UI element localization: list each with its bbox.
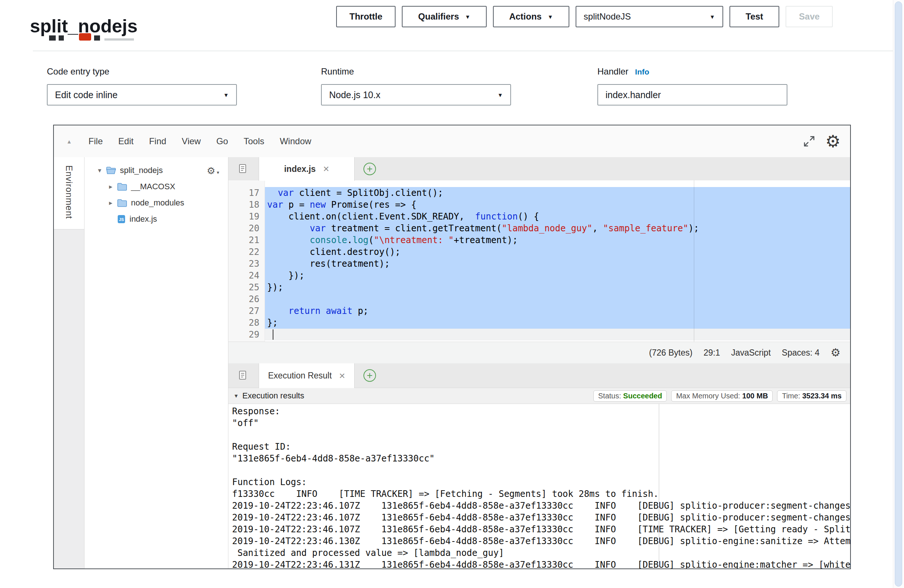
code-line[interactable]: 18var p = new Promise(res => { — [228, 199, 850, 211]
menu-edit[interactable]: Edit — [111, 136, 141, 147]
actions-button[interactable]: Actions ▼ — [493, 6, 569, 27]
runtime-field: Runtime Node.js 10.x ▼ — [321, 66, 511, 106]
line-number[interactable]: 28 — [228, 317, 259, 329]
code-line[interactable]: 23 res(treatment); — [228, 258, 850, 270]
log-line: "off" — [232, 417, 850, 429]
test-event-select[interactable]: splitNodeJS ▼ — [575, 6, 723, 27]
menu-file[interactable]: File — [81, 136, 111, 147]
code-line[interactable]: 17 var client = SplitObj.client(); — [228, 187, 850, 199]
log-line: Sanitized and processed value => [lambda… — [232, 547, 850, 559]
throttle-button[interactable]: Throttle — [336, 6, 395, 27]
editor-statusbar: (726 Bytes) 29:1 JavaScript Spaces: 4 ⚙ — [228, 341, 850, 364]
tree-settings-gear-icon[interactable]: ⚙▾ — [207, 165, 219, 176]
menu-window[interactable]: Window — [272, 136, 319, 147]
tree-item-split-nodejs[interactable]: ▾ split_nodejs⚙▾ — [84, 162, 228, 179]
editor-column: index.js × + 17 var client = SplitObj.cl… — [228, 157, 850, 569]
tab-index-js[interactable]: index.js × — [259, 157, 355, 181]
triangle-right-icon[interactable]: ▸ — [106, 199, 115, 207]
code-entry-type-label: Code entry type — [47, 66, 109, 77]
line-number[interactable]: 25 — [228, 281, 259, 293]
code-line[interactable]: 28}; — [228, 317, 850, 329]
settings-gear-icon[interactable]: ⚙ — [825, 133, 841, 150]
line-number[interactable]: 26 — [228, 293, 259, 305]
new-tab-icon[interactable]: + — [363, 369, 376, 382]
collapse-menubar-icon[interactable]: ▲ — [66, 138, 72, 145]
qualifiers-button[interactable]: Qualifiers ▼ — [402, 6, 487, 27]
fragment-shape — [104, 38, 134, 41]
code-line[interactable]: 20 var treatment = client.getTreatment("… — [228, 223, 850, 234]
handler-info-link[interactable]: Info — [635, 68, 649, 76]
tabs-list-icon[interactable] — [239, 164, 248, 174]
tree-item-node-modules[interactable]: ▸ node_modules — [84, 195, 228, 211]
code-line[interactable]: 29 — [228, 329, 850, 340]
environment-tab[interactable]: Environment — [54, 157, 84, 229]
close-icon[interactable]: × — [339, 371, 345, 381]
menu-view[interactable]: View — [174, 136, 209, 147]
menu-tools[interactable]: Tools — [236, 136, 272, 147]
test-event-value: splitNodeJS — [584, 11, 631, 22]
line-number[interactable]: 24 — [228, 270, 259, 281]
save-button[interactable]: Save — [785, 6, 833, 27]
log-line: f13330cc INFO [TIME TRACKER] => [Fetchin… — [232, 488, 850, 500]
menu-find[interactable]: Find — [141, 136, 174, 147]
log-line: 2019-10-24T22:23:46.131Z 131e865f-6eb4-4… — [232, 559, 850, 569]
code-editor-area[interactable]: 17 var client = SplitObj.client();18var … — [228, 180, 850, 341]
execution-log: Response:"off" Request ID:"131e865f-6eb4… — [228, 404, 850, 569]
code-line[interactable]: 19 client.on(client.Event.SDK_READY, fun… — [228, 211, 850, 223]
log-line: Request ID: — [232, 441, 850, 453]
fragment-shape — [94, 35, 100, 41]
editor-menu: FileEditFindViewGoToolsWindow — [81, 136, 319, 147]
code-line[interactable]: 24 }); — [228, 270, 850, 281]
line-number[interactable]: 29 — [228, 329, 259, 340]
test-button[interactable]: Test — [730, 6, 780, 27]
indent-setting[interactable]: Spaces: 4 — [782, 348, 820, 358]
code-entry-type-value: Edit code inline — [55, 90, 118, 100]
code-line[interactable]: 22 client.destroy(); — [228, 246, 850, 258]
page-scrollbar[interactable] — [893, 0, 904, 588]
code-line[interactable]: 25}); — [228, 281, 850, 293]
statusbar-gear-icon[interactable]: ⚙ — [831, 347, 841, 358]
tab-execution-result[interactable]: Execution Result × — [259, 364, 355, 388]
code-text: var client = SplitObj.client(); — [267, 188, 443, 198]
tree-item-label: index.js — [130, 214, 157, 224]
runtime-select[interactable]: Node.js 10.x ▼ — [321, 84, 511, 106]
triangle-right-icon[interactable]: ▸ — [106, 183, 115, 191]
line-number[interactable]: 22 — [228, 246, 259, 258]
line-number[interactable]: 20 — [228, 223, 259, 234]
tabs-list-icon[interactable] — [239, 370, 248, 381]
code-line[interactable]: 26 — [228, 293, 850, 305]
chevron-down-icon: ▼ — [710, 14, 715, 20]
cursor-position[interactable]: 29:1 — [704, 348, 720, 358]
close-icon[interactable]: × — [323, 164, 329, 174]
line-number[interactable]: 18 — [228, 199, 259, 211]
tab-label: Execution Result — [268, 371, 332, 381]
scrollbar-thumb[interactable] — [895, 2, 902, 586]
new-tab-icon[interactable]: + — [363, 163, 376, 175]
log-line: 2019-10-24T22:23:46.107Z 131e865f-6eb4-4… — [232, 500, 850, 512]
line-number[interactable]: 21 — [228, 234, 259, 246]
tree-item-label: split_nodejs — [120, 166, 163, 175]
tree-item-label: node_modules — [131, 198, 184, 208]
line-number[interactable]: 27 — [228, 305, 259, 317]
line-number[interactable]: 23 — [228, 258, 259, 270]
tree-item-index-js[interactable]: JS index.js — [84, 211, 228, 227]
results-tabbar: Execution Result × + — [228, 364, 850, 388]
menu-go[interactable]: Go — [209, 136, 236, 147]
code-line[interactable]: 21 console.log("\ntreatment: "+treatment… — [228, 234, 850, 246]
code-text: }); — [267, 270, 304, 281]
triangle-down-icon[interactable]: ▾ — [95, 166, 104, 174]
code-line[interactable]: 27 return await p; — [228, 305, 850, 317]
code-text: }); — [267, 282, 283, 292]
svg-text:JS: JS — [119, 217, 123, 222]
execution-results-toggle[interactable]: ▼ Execution results — [234, 391, 304, 401]
handler-input[interactable] — [597, 84, 787, 106]
fullscreen-icon[interactable] — [803, 134, 816, 148]
badge-max-memory-used: Max Memory Used: 100 MB — [671, 390, 773, 402]
tree-item-macosx[interactable]: ▸ __MACOSX — [84, 179, 228, 195]
code-text: return await p; — [267, 306, 368, 316]
line-number[interactable]: 19 — [228, 211, 259, 223]
code-entry-type-select[interactable]: Edit code inline ▼ — [47, 84, 237, 106]
line-number[interactable]: 17 — [228, 187, 259, 199]
chevron-down-icon: ▼ — [223, 92, 229, 98]
language-mode[interactable]: JavaScript — [731, 348, 770, 358]
